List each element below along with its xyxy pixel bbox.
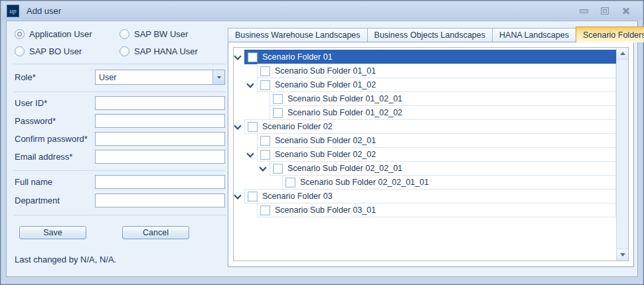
maximize-button[interactable] (600, 7, 610, 16)
close-button[interactable] (621, 7, 631, 16)
tree-indent (234, 133, 257, 148)
chevron-down-icon[interactable] (246, 150, 254, 157)
scroll-down-button[interactable] (617, 249, 628, 260)
chevron-down-icon[interactable] (234, 52, 241, 60)
tree-row[interactable]: Scenario Sub Folder 01_02_01 (234, 91, 616, 106)
tree-item[interactable]: Scenario Sub Folder 01_01 (257, 64, 616, 78)
tree-indent (234, 78, 257, 92)
checkbox[interactable] (260, 205, 270, 215)
text-input[interactable] (95, 114, 225, 128)
checkbox[interactable] (248, 52, 258, 62)
tree-row[interactable]: Scenario Sub Folder 01_01 (234, 64, 616, 78)
tree-item[interactable]: Scenario Folder 03 (244, 189, 616, 203)
maximize-icon (601, 7, 609, 15)
form-field-row: Full name (15, 175, 225, 189)
separator (13, 215, 226, 215)
field-label: Password* (15, 116, 95, 126)
checkbox[interactable] (248, 192, 258, 201)
tree-row[interactable]: Scenario Folder 03 (234, 189, 616, 203)
text-input[interactable] (95, 150, 225, 164)
minimize-button[interactable] (578, 7, 589, 16)
cancel-button[interactable]: Cancel (122, 226, 189, 239)
dialog-body: Application UserSAP BW UserSAP BO UserSA… (6, 21, 638, 277)
tree-indent (234, 119, 244, 134)
tree-indent (234, 91, 270, 106)
role-dropdown[interactable]: User (95, 70, 225, 85)
arrow-up-icon (620, 52, 625, 55)
checkbox[interactable] (273, 94, 283, 104)
checkbox[interactable] (260, 150, 270, 160)
checkbox[interactable] (285, 178, 295, 188)
tree-row[interactable]: Scenario Sub Folder 01_02_02 (234, 105, 616, 120)
tree-item[interactable]: Scenario Sub Folder 01_02_01 (270, 91, 616, 106)
text-input[interactable] (95, 175, 225, 189)
form-field-row: Confirm password* (15, 132, 225, 146)
checkbox[interactable] (260, 80, 270, 90)
radio-option[interactable]: SAP BO User (15, 46, 120, 56)
checkbox[interactable] (260, 66, 270, 76)
add-user-dialog: up Add user Application UserSAP BW UserS… (0, 0, 644, 285)
optional-fields: Full nameDepartment (15, 175, 225, 207)
text-input[interactable] (95, 96, 225, 110)
chevron-down-icon[interactable] (246, 80, 254, 87)
tree-item[interactable]: Scenario Sub Folder 01_02 (257, 78, 616, 92)
form-field-row: Email address* (15, 150, 225, 164)
tree-row[interactable]: Scenario Sub Folder 02_02_01 (234, 161, 616, 176)
tree-indent (234, 189, 244, 203)
chevron-down-icon[interactable] (259, 164, 266, 171)
last-changed-note: Last changed by N/A, N/A. (15, 255, 116, 264)
arrow-down-icon (620, 253, 625, 256)
tree-row[interactable]: Scenario Sub Folder 03_01 (234, 203, 616, 217)
tree-item-label: Scenario Sub Folder 02_02_01 (287, 164, 402, 173)
chevron-down-icon (217, 76, 221, 79)
tree-row[interactable]: Scenario Sub Folder 02_02_01_01 (234, 175, 616, 190)
role-dropdown-button[interactable] (212, 70, 224, 84)
radio-option[interactable]: SAP HANA User (120, 46, 198, 56)
tree-row[interactable]: Scenario Folder 01 (234, 50, 616, 64)
scroll-up-button[interactable] (617, 48, 628, 60)
tab-hana-landscapes[interactable]: HANA Landscapes (492, 28, 576, 42)
tree-item[interactable]: Scenario Sub Folder 03_01 (257, 203, 616, 217)
title-bar[interactable]: up Add user (2, 2, 642, 20)
form-field-row: User ID* (15, 96, 225, 110)
text-input[interactable] (95, 132, 225, 146)
tree-item[interactable]: Scenario Folder 02 (244, 119, 616, 134)
scenario-folders-panel: Scenario Folder 01Scenario Sub Folder 01… (228, 42, 634, 267)
tree-indent (234, 105, 270, 120)
tab-business-objects-landscapes[interactable]: Business Objects Landscapes (367, 28, 493, 42)
radio-label: SAP BO User (29, 46, 82, 56)
tree-item[interactable]: Scenario Sub Folder 02_01 (257, 133, 616, 148)
text-input[interactable] (95, 194, 225, 207)
radio-label: SAP BW User (134, 29, 188, 39)
tree-item-label: Scenario Sub Folder 01_02_02 (287, 108, 402, 117)
tree-indent (234, 203, 257, 217)
checkbox[interactable] (260, 136, 270, 146)
field-label: User ID* (15, 98, 95, 108)
tree-item[interactable]: Scenario Sub Folder 02_02_01_01 (282, 175, 616, 190)
radio-label: Application User (29, 29, 92, 39)
tree-row[interactable]: Scenario Sub Folder 01_02 (234, 78, 616, 92)
tree-row[interactable]: Scenario Sub Folder 02_02 (234, 147, 616, 162)
window-controls (578, 7, 642, 16)
chevron-down-icon[interactable] (234, 192, 241, 199)
tree-item[interactable]: Scenario Sub Folder 02_02 (257, 147, 616, 162)
separator (13, 170, 226, 171)
save-button[interactable]: Save (19, 226, 86, 239)
tree-item-label: Scenario Sub Folder 02_01 (275, 136, 376, 145)
tab-scenario-folders[interactable]: Scenario Folders (576, 27, 644, 42)
tab-business-warehouse-landscapes[interactable]: Business Warehouse Landscapes (228, 28, 368, 42)
tree-item[interactable]: Scenario Sub Folder 01_02_02 (270, 105, 616, 120)
radio-option[interactable]: Application User (15, 29, 120, 39)
field-label: Full name (15, 177, 95, 187)
checkbox[interactable] (248, 122, 258, 132)
tree-item[interactable]: Scenario Sub Folder 02_02_01 (270, 161, 616, 176)
tree-row[interactable]: Scenario Sub Folder 02_01 (234, 133, 616, 148)
chevron-down-icon[interactable] (234, 122, 241, 129)
vertical-scrollbar[interactable] (616, 48, 628, 260)
checkbox[interactable] (273, 108, 283, 118)
checkbox[interactable] (273, 164, 283, 174)
tree-item[interactable]: Scenario Folder 01 (244, 50, 616, 64)
tree-row[interactable]: Scenario Folder 02 (234, 119, 616, 134)
scenario-folder-tree: Scenario Folder 01Scenario Sub Folder 01… (233, 47, 629, 261)
radio-option[interactable]: SAP BW User (120, 29, 198, 39)
